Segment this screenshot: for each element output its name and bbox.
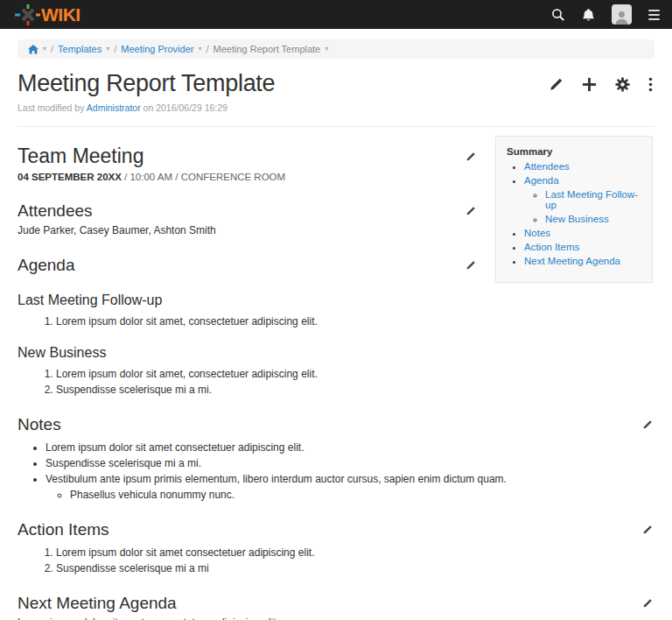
summary-item: Attendees (524, 161, 641, 172)
plus-icon (582, 77, 597, 92)
edit-attendees-button[interactable] (464, 204, 478, 218)
breadcrumb: ▾ / Templates ▾ / Meeting Provider ▾ / M… (18, 39, 654, 59)
action-items-heading-text: Action Items (18, 520, 109, 539)
agenda-heading-text: Agenda (18, 256, 75, 275)
edit-agenda-button[interactable] (464, 258, 478, 272)
summary-item: Agenda Last Meeting Follow-up New Busine… (524, 175, 641, 224)
summary-link-action-items[interactable]: Action Items (524, 242, 579, 252)
pencil-icon (466, 260, 476, 271)
list-item-text: Vestibulum ante ipsum primis elementum, … (46, 473, 507, 485)
summary-subitem: New Business (545, 214, 641, 224)
search-icon[interactable] (551, 8, 565, 22)
follow-up-heading: Last Meeting Follow-up (18, 292, 478, 308)
attendees-heading-text: Attendees (18, 201, 93, 221)
follow-up-list: Lorem ipsum dolor sit amet, consectetuer… (18, 315, 654, 328)
modified-prefix: Last modified by (18, 102, 84, 113)
summary-link-follow-up[interactable]: Last Meeting Follow-up (545, 189, 638, 210)
list-item: Lorem ipsum dolor sit amet, consectetuer… (56, 368, 654, 380)
gear-icon (615, 77, 630, 92)
edit-team-meeting-button[interactable] (464, 150, 478, 164)
list-item: Suspendisse scelerisque mi a mi. (46, 457, 654, 469)
next-meeting-heading: Next Meeting Agenda (18, 594, 654, 613)
templates-caret-icon[interactable]: ▾ (106, 46, 109, 53)
last-modified-line: Last modified by Administrator on 2016/0… (18, 102, 654, 113)
attendees-heading: Attendees (18, 201, 478, 221)
sub-list-item: Phasellus vehicula nonummy nunc. (70, 489, 654, 501)
breadcrumb-current-page: Meeting Report Template (214, 44, 321, 54)
more-actions-button[interactable] (648, 77, 653, 92)
create-page-button[interactable] (582, 77, 597, 92)
summary-item: Notes (524, 228, 641, 238)
new-business-heading-text: New Business (18, 345, 106, 361)
agenda-heading: Agenda (18, 256, 478, 275)
pencil-icon (642, 598, 653, 609)
list-item: Lorem ipsum dolor sit amet consectetuer … (46, 441, 654, 454)
notes-heading: Notes (18, 415, 654, 434)
next-meeting-text: Lorem ipsum dolor sit amet, consectetuer… (18, 616, 654, 620)
settings-button[interactable] (615, 77, 630, 92)
team-meeting-heading: Team Meeting (18, 144, 478, 168)
summary-subitem: Last Meeting Follow-up (545, 189, 641, 210)
edit-notes-button[interactable] (640, 418, 654, 432)
pencil-icon (549, 77, 564, 92)
summary-item: Action Items (524, 242, 641, 252)
pencil-icon (642, 525, 653, 535)
summary-panel: Summary Attendees Agenda Last Meeting Fo… (495, 136, 653, 283)
top-navbar: WIKI (0, 0, 672, 29)
summary-link-notes[interactable]: Notes (524, 228, 550, 238)
edit-page-button[interactable] (549, 77, 564, 92)
meeting-date: 04 SEPTEMBER 20XX (18, 172, 122, 182)
edit-action-items-button[interactable] (640, 523, 654, 537)
kebab-menu-icon (648, 77, 653, 92)
pencil-icon (642, 419, 653, 430)
new-business-heading: New Business (18, 345, 654, 361)
notes-heading-text: Notes (18, 415, 61, 434)
list-item: Vestibulum ante ipsum primis elementum, … (46, 473, 654, 501)
list-item: Lorem ipsum dolor sit amet, consectetuer… (56, 315, 654, 328)
breadcrumb-separator: / (114, 44, 116, 54)
navbar-icons (551, 4, 660, 25)
follow-up-heading-text: Last Meeting Follow-up (18, 292, 162, 308)
new-business-list: Lorem ipsum dolor sit amet, consectetuer… (18, 368, 654, 396)
current-page-caret-icon[interactable]: ▾ (325, 46, 328, 53)
home-icon[interactable] (28, 45, 38, 54)
breadcrumb-separator: / (206, 44, 208, 54)
page-actions (549, 70, 654, 92)
pencil-icon (466, 206, 476, 216)
breadcrumb-meeting-provider[interactable]: Meeting Provider (121, 44, 193, 54)
team-meeting-heading-text: Team Meeting (18, 144, 144, 168)
meeting-time-location: / 10:00 AM / CONFERENCE ROOM (122, 172, 285, 182)
hamburger-menu-icon[interactable] (648, 10, 660, 20)
document-content: Summary Attendees Agenda Last Meeting Fo… (0, 127, 672, 620)
summary-link-new-business[interactable]: New Business (545, 214, 609, 224)
breadcrumb-templates[interactable]: Templates (58, 44, 102, 54)
page-title: Meeting Report Template (18, 70, 275, 97)
summary-link-next-meeting[interactable]: Next Meeting Agenda (524, 256, 620, 266)
notifications-bell-icon[interactable] (582, 8, 595, 22)
breadcrumb-separator: / (51, 44, 53, 54)
edit-next-meeting-button[interactable] (640, 596, 654, 610)
xwiki-logo-x-icon (14, 4, 40, 26)
meeting-provider-caret-icon[interactable]: ▾ (198, 46, 201, 53)
list-item: Suspendisse scelerisque mi a mi (56, 562, 654, 574)
user-avatar[interactable] (612, 4, 632, 25)
pencil-icon (466, 151, 476, 162)
modified-suffix: on 2016/06/29 16:29 (144, 102, 228, 113)
action-items-list: Lorem ipsum dolor sit amet consectetuer … (18, 546, 654, 574)
xwiki-logo[interactable]: WIKI (14, 4, 80, 26)
next-meeting-heading-text: Next Meeting Agenda (18, 594, 177, 613)
action-items-heading: Action Items (18, 520, 654, 539)
notes-list: Lorem ipsum dolor sit amet consectetuer … (18, 441, 654, 501)
list-item: Suspendisse scelerisque mi a mi. (56, 384, 654, 396)
avatar-person-icon (612, 4, 632, 25)
summary-title: Summary (507, 146, 641, 157)
summary-link-attendees[interactable]: Attendees (524, 161, 570, 172)
summary-item: Next Meeting Agenda (524, 256, 641, 266)
home-caret-icon[interactable]: ▾ (43, 46, 46, 53)
summary-link-agenda[interactable]: Agenda (524, 175, 559, 186)
list-item: Lorem ipsum dolor sit amet consectetuer … (56, 546, 654, 559)
xwiki-logo-text: WIKI (41, 5, 80, 24)
modified-user-link[interactable]: Administrator (87, 102, 141, 113)
